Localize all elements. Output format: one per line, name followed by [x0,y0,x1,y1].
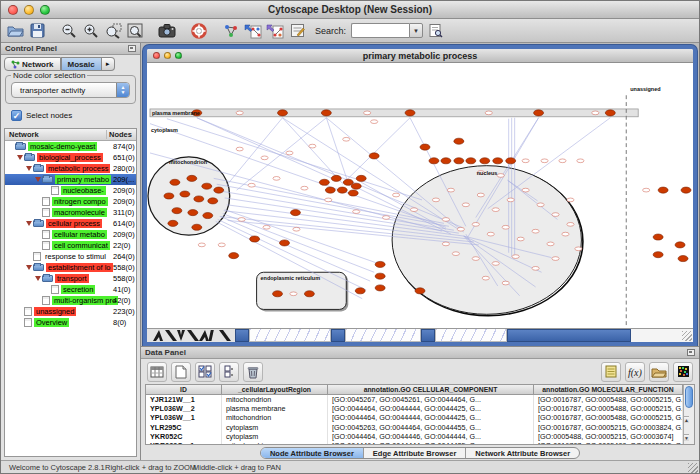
tree-row[interactable]: cell communicat22(0) [5,240,136,251]
tree-row[interactable]: establishment of lo558(0) [5,262,136,273]
tree-row[interactable]: multi-organism pro42(0) [5,295,136,306]
annotation-form-icon[interactable] [287,21,307,41]
small-node [309,144,316,148]
window-resize-grip[interactable] [688,463,698,473]
expand-triangle-icon[interactable] [25,166,33,171]
open-file-icon[interactable] [5,21,25,41]
column-header[interactable]: annotation.GO CELLULAR_COMPONENT [328,385,534,395]
table-row[interactable]: YLR295Ccytoplasm[GO:0045263, GO:0044464,… [146,423,683,432]
node-color-select[interactable]: transporter activity ▲▼ [11,82,130,98]
expand-triangle-icon[interactable] [25,221,33,226]
heatmap-icon[interactable] [673,362,693,382]
tree-row[interactable]: secretion41(0) [5,284,136,295]
node-color-selection-label: Node color selection [11,71,87,80]
minimized-window-titlebar[interactable] [421,329,435,342]
expand-triangle-icon[interactable] [16,155,24,160]
tab-node-attribute-browser[interactable]: Node Attribute Browser [261,448,364,458]
unselect-attributes-icon[interactable] [219,362,239,382]
network-view-titlebar[interactable]: primary metabolic process [147,49,693,63]
tree-row[interactable]: cellular metabo209(0) [5,229,136,240]
tree-row[interactable]: primary metabo209(... [5,174,136,185]
small-node [532,229,539,233]
network-canvas[interactable]: plasma membranecytoplasmmitochondrionnuc… [147,63,693,328]
tree-row[interactable]: metabolic process280(0) [5,163,136,174]
tree-row[interactable]: nitrogen compo209(0) [5,196,136,207]
expand-triangle-icon[interactable] [34,177,42,182]
table-row[interactable]: YPL036W__1mitochondrion[GO:0044464, GO:0… [146,413,683,422]
function-builder-icon[interactable]: f(x) [625,362,645,382]
network-view-window[interactable]: primary metabolic process plasma membran… [143,45,697,346]
float-panel-icon[interactable] [128,45,136,52]
minimized-window-titlebar[interactable] [331,329,345,342]
tree-row[interactable]: macromolecule311(0) [5,207,136,218]
tree-col-nodes[interactable]: Nodes [106,130,136,139]
tree-row[interactable]: Overview8(0) [5,317,136,328]
help-icon[interactable] [189,21,209,41]
table-cell: mitochondrion [222,441,328,444]
save-session-icon[interactable] [27,21,47,41]
table-cell: YLR295C [146,423,222,432]
column-header[interactable]: ID [146,385,222,395]
network-modify-a-icon[interactable] [243,21,263,41]
delete-attribute-icon[interactable] [243,362,263,382]
minimized-window-thumbnail[interactable] [435,329,507,342]
small-node [497,174,504,178]
zoom-selected-icon[interactable] [103,21,123,41]
tree-row[interactable]: biological_process651(0) [5,152,136,163]
gene-node [180,191,190,197]
table-cell: [GO:0044464, GO:0044444, GO:0044425, G..… [328,404,534,413]
expand-triangle-icon[interactable] [34,276,42,281]
search-dropdown-icon[interactable]: ▼ [409,23,423,38]
attribute-table: ID_cellularLayoutRegionannotation.GO CEL… [145,384,695,445]
gene-node [454,138,464,144]
small-node [236,147,243,151]
tree-row[interactable]: mosaic-demo-yeast874(0) [5,141,136,152]
tree-row[interactable]: unassigned223(0) [5,306,136,317]
tab-mosaic[interactable]: Mosaic [61,57,102,71]
column-header[interactable]: _cellularLayoutRegion [222,385,328,395]
import-table-icon[interactable] [649,362,669,382]
control-panel: Control Panel Network Mosaic ► Node colo… [1,43,141,460]
zoom-in-icon[interactable] [81,21,101,41]
scroll-down-icon[interactable]: ▼ [684,434,689,441]
search-input[interactable] [351,23,409,38]
gene-node [321,110,331,116]
zoom-out-icon[interactable] [59,21,79,41]
network-overview-icon[interactable] [221,21,241,41]
tree-row[interactable]: response to stimul264(0) [5,251,136,262]
table-row[interactable]: YJR121W__1mitochondrion[GO:0045267, GO:0… [146,395,683,404]
gene-node [441,158,451,164]
tab-overflow-arrow[interactable]: ► [102,57,115,71]
notepad-icon[interactable] [601,362,621,382]
tree-row[interactable]: nucleobase-209(0) [5,185,136,196]
advanced-search-icon[interactable] [425,21,445,41]
column-header[interactable]: annotation.GO MOLECULAR_FUNCTION [534,385,683,395]
tree-row[interactable]: transport558(0) [5,273,136,284]
expand-triangle-icon[interactable] [25,265,33,270]
network-tree-panel: Network Nodes mosaic-demo-yeast874(0)bio… [4,128,137,457]
table-row[interactable]: YPL036W__2plasma membrane[GO:0044464, GO… [146,404,683,413]
minimized-window-titlebar[interactable] [235,329,249,342]
table-vertical-scrollbar[interactable]: ▲ ▼ [683,385,694,444]
tab-network-attribute-browser[interactable]: Network Attribute Browser [466,448,579,458]
snapshot-icon[interactable] [157,21,177,41]
scroll-up-icon[interactable]: ▲ [684,416,689,423]
scrollbar-thumb[interactable] [685,386,693,408]
tree-row[interactable]: cellular process614(0) [5,218,136,229]
table-row[interactable]: YDR039C__1mitochondrion[GO:0044464, GO:0… [146,441,683,444]
table-row[interactable]: YKR052Ccytoplasm[GO:0044464, GO:0044446,… [146,432,683,441]
show-table-icon[interactable] [147,362,167,382]
tab-network[interactable]: Network [4,57,61,71]
tab-edge-attribute-browser[interactable]: Edge Attribute Browser [364,448,466,458]
new-attribute-icon[interactable] [171,362,191,382]
resize-grip-icon[interactable] [682,331,692,341]
minimized-window-titlebar[interactable] [507,329,631,342]
zoom-fit-icon[interactable] [125,21,145,41]
tree-col-network[interactable]: Network [5,130,106,139]
minimized-window-thumbnail[interactable] [345,329,421,342]
select-nodes-checkbox[interactable]: ✓ [11,110,22,121]
minimized-window-thumbnail[interactable] [249,329,331,342]
select-attributes-icon[interactable] [195,362,215,382]
float-data-panel-icon[interactable] [687,349,695,356]
network-modify-b-icon[interactable] [265,21,285,41]
